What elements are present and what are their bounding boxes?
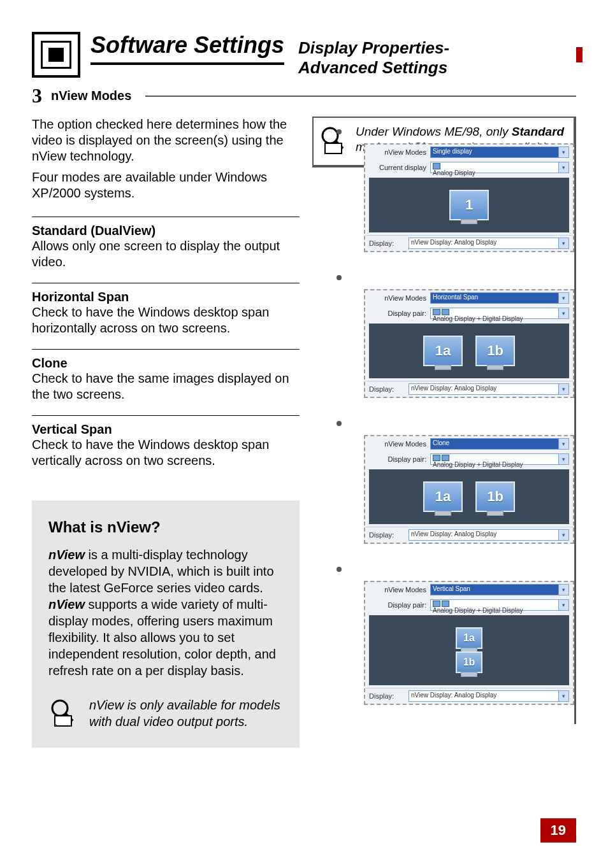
display-pair-select[interactable]: Analog Display + Digital Display▾ [430,308,569,319]
chevron-down-icon[interactable]: ▾ [558,454,568,464]
nview-modes-select[interactable]: Clone▾ [430,438,569,450]
what-is-nview-box: What is nView? nView is a multi-display … [32,501,300,748]
mode-desc: Check to have the same images displayed … [32,371,300,402]
display-preview: 1 [369,178,569,232]
section-divider [145,96,576,97]
mode-desc: Check to have the Windows desktop span h… [32,304,300,336]
mode-title: Vertical Span [32,422,300,437]
mode-desc: Allows only one screen to display the ou… [32,238,300,270]
display-select[interactable]: nView Display: Analog Display▾ [409,238,569,249]
monitor-icon: 1b [456,651,482,673]
section-logo-icon [32,32,80,78]
display-pair-select[interactable]: Analog Display + Digital Display▾ [430,453,569,465]
display-preview: 1a 1b [369,615,569,685]
lbl-display-pair: Display pair: [369,601,426,609]
tab-marker [576,47,583,62]
display-select[interactable]: nView Display: Analog Display▾ [409,690,569,702]
chevron-down-icon[interactable]: ▾ [558,585,568,595]
magnifier-note-icon [48,697,79,730]
connector-dot [337,129,342,134]
chevron-down-icon[interactable]: ▾ [558,384,568,394]
connector-dot [337,421,342,426]
monitor-icon: 1b [475,481,515,512]
display-preview: 1a 1b [369,324,569,378]
chevron-down-icon[interactable]: ▾ [558,439,568,449]
mode-item-clone: Clone Check to have the same images disp… [32,349,300,415]
mode-title: Horizontal Span [32,290,300,304]
connector-dot [337,567,342,572]
page-subtitle: Display Properties- Advanced Settings [298,38,449,78]
lbl-nview-modes: nView Modes [369,148,426,156]
nview-modes-select[interactable]: Horizontal Span▾ [430,292,569,304]
nview-modes-select[interactable]: Single display▾ [430,146,569,158]
what-is-body: nView is a multi-display technology deve… [48,546,283,679]
mode-title: Standard (DualView) [32,224,300,238]
lbl-display: Display: [369,531,405,539]
what-is-heading: What is nView? [48,518,283,536]
lbl-display: Display: [369,239,405,247]
display-select[interactable]: nView Display: Analog Display▾ [409,383,569,395]
monitor-icon: 1a [423,481,463,512]
mode-desc: Check to have the Windows desktop span v… [32,437,300,469]
mode-item-hspan: Horizontal Span Check to have the Window… [32,283,300,349]
section-title: nView Modes [51,89,131,103]
current-display-select[interactable]: Analog Display▾ [430,162,569,173]
lbl-display: Display: [369,692,405,700]
display-preview: 1a 1b [369,469,569,524]
mode-item-vspan: Vertical Span Check to have the Windows … [32,415,300,481]
chevron-down-icon[interactable]: ▾ [558,162,568,173]
panel-single-display: nView Modes Single display▾ Current disp… [364,143,574,252]
chevron-down-icon[interactable]: ▾ [558,691,568,701]
mode-item-standard: Standard (DualView) Allows only one scre… [32,217,300,283]
lbl-display: Display: [369,385,405,393]
panel-clone: nView Modes Clone▾ Display pair: Analog … [364,435,574,544]
monitor-icon: 1a [456,627,482,649]
display-select[interactable]: nView Display: Analog Display▾ [409,529,569,541]
monitor-icon: 1 [449,190,489,220]
mode-title: Clone [32,356,300,371]
svg-rect-2 [55,716,71,726]
chevron-down-icon[interactable]: ▾ [558,308,568,318]
chevron-down-icon[interactable]: ▾ [558,530,568,540]
lbl-nview-modes: nView Modes [369,586,426,594]
section-number: 3 [32,84,42,108]
intro-paragraph-2: Four modes are available under Windows X… [32,169,300,201]
display-pair-select[interactable]: Analog Display + Digital Display▾ [430,599,569,611]
panel-vertical-span: nView Modes Vertical Span▾ Display pair:… [364,581,574,705]
monitor-icon: 1b [475,336,515,366]
page-title: Software Settings [90,32,284,65]
page-number: 19 [540,818,576,843]
lbl-nview-modes: nView Modes [369,440,426,448]
connector-dot [337,275,342,280]
intro-paragraph-1: The option checked here determines how t… [32,117,300,164]
chevron-down-icon[interactable]: ▾ [558,600,568,610]
nview-modes-select[interactable]: Vertical Span▾ [430,584,569,595]
chevron-down-icon[interactable]: ▾ [558,293,568,303]
what-is-note: nView is only available for models with … [89,697,283,730]
panel-horizontal-span: nView Modes Horizontal Span▾ Display pai… [364,289,574,398]
lbl-nview-modes: nView Modes [369,294,426,302]
lbl-current-display: Current display [369,164,426,171]
monitor-icon: 1a [423,336,463,366]
lbl-display-pair: Display pair: [369,455,426,463]
chevron-down-icon[interactable]: ▾ [558,238,568,248]
lbl-display-pair: Display pair: [369,309,426,317]
chevron-down-icon[interactable]: ▾ [558,147,568,157]
